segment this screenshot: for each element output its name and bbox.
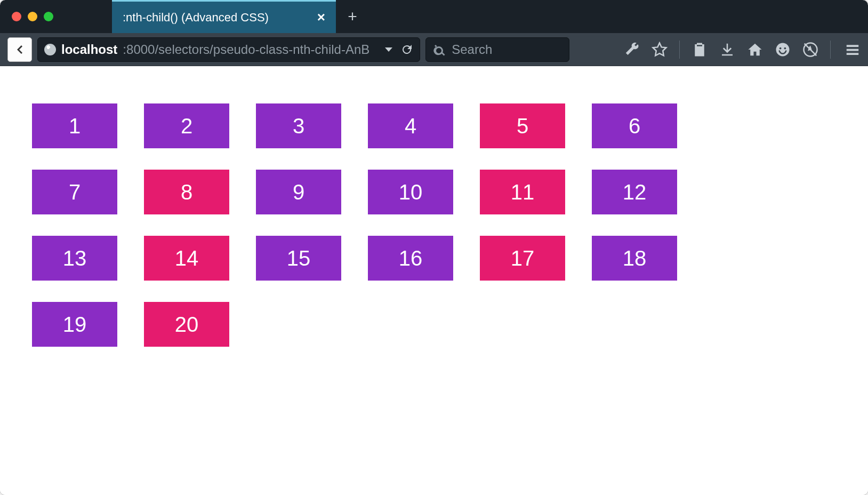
page-viewport: 1234567891011121314151617181920 (0, 66, 868, 495)
grid-cell: 13 (32, 236, 117, 281)
search-placeholder: Search (452, 42, 492, 57)
downloads-button[interactable] (719, 42, 735, 58)
grid-cell: 10 (368, 170, 453, 214)
grid-cell: 8 (144, 170, 229, 214)
window-zoom-button[interactable] (44, 12, 53, 21)
home-icon (747, 42, 763, 58)
star-icon (652, 42, 668, 58)
clipboard-icon (692, 42, 708, 58)
window-close-button[interactable] (12, 12, 21, 21)
wrench-icon (624, 42, 640, 58)
arrow-left-icon (13, 43, 26, 56)
grid-cell: 1 (32, 103, 117, 148)
addon-button[interactable] (802, 42, 818, 58)
browser-window: :nth-child() (Advanced CSS) × + localhos… (0, 0, 868, 495)
window-minimize-button[interactable] (28, 12, 37, 21)
reload-button[interactable] (400, 43, 413, 56)
svg-point-2 (784, 47, 786, 49)
tab-close-icon[interactable]: × (317, 9, 325, 26)
tab-title: :nth-child() (Advanced CSS) (123, 11, 269, 25)
compass-disabled-icon (802, 42, 818, 58)
grid-cell: 6 (592, 103, 677, 148)
search-icon (433, 43, 446, 56)
grid-cell: 2 (144, 103, 229, 148)
window-controls (12, 12, 53, 21)
address-bar[interactable]: localhost :8000/selectors/pseudo-class-n… (37, 37, 420, 62)
grid-cell: 16 (368, 236, 453, 281)
home-button[interactable] (747, 42, 763, 58)
url-host: localhost (61, 42, 117, 57)
chevron-down-icon (382, 43, 395, 56)
grid-cell: 12 (592, 170, 677, 214)
smiley-icon (775, 42, 791, 58)
separator (679, 41, 680, 59)
tab-strip: :nth-child() (Advanced CSS) × + (112, 0, 369, 33)
grid-cell: 3 (256, 103, 341, 148)
download-arrow-icon (719, 42, 735, 58)
clipboard-button[interactable] (692, 42, 708, 58)
tab-active[interactable]: :nth-child() (Advanced CSS) × (112, 0, 336, 33)
toolbar-icons (624, 41, 861, 59)
grid-cell: 19 (32, 302, 117, 347)
grid-cell: 15 (256, 236, 341, 281)
plus-icon: + (348, 7, 357, 26)
grid-cell: 9 (256, 170, 341, 214)
grid-cell: 5 (480, 103, 565, 148)
number-grid: 1234567891011121314151617181920 (32, 103, 778, 347)
bookmark-button[interactable] (652, 42, 668, 58)
globe-icon (44, 44, 56, 55)
search-bar[interactable]: Search (425, 37, 569, 62)
toolbar: localhost :8000/selectors/pseudo-class-n… (0, 33, 868, 66)
back-button[interactable] (7, 37, 32, 62)
titlebar: :nth-child() (Advanced CSS) × + (0, 0, 868, 33)
grid-cell: 4 (368, 103, 453, 148)
feedback-button[interactable] (775, 42, 791, 58)
devtools-button[interactable] (624, 42, 640, 58)
grid-cell: 11 (480, 170, 565, 214)
menu-button[interactable] (845, 42, 861, 58)
grid-cell: 20 (144, 302, 229, 347)
hamburger-icon (845, 42, 861, 58)
grid-cell: 14 (144, 236, 229, 281)
url-path: :8000/selectors/pseudo-class-nth-child-A… (123, 42, 369, 57)
grid-cell: 17 (480, 236, 565, 281)
new-tab-button[interactable]: + (336, 0, 369, 33)
svg-point-1 (779, 47, 782, 49)
separator (830, 41, 831, 59)
grid-cell: 7 (32, 170, 117, 214)
grid-cell: 18 (592, 236, 677, 281)
reload-icon (400, 43, 413, 56)
history-dropdown-button[interactable] (382, 43, 395, 56)
